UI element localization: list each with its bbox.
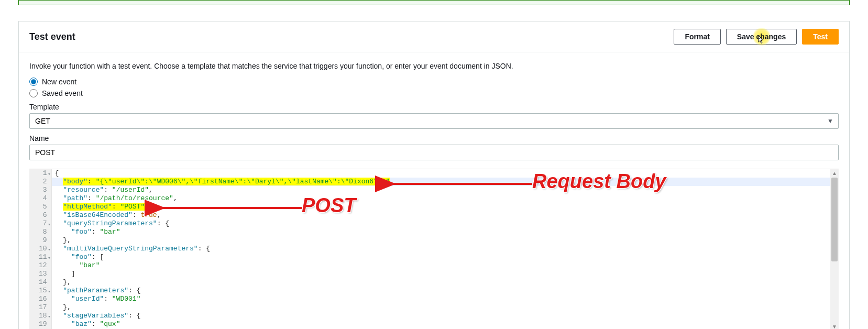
- template-select[interactable]: GET ▼: [29, 113, 839, 129]
- code-line[interactable]: },: [55, 278, 839, 287]
- code-line[interactable]: "pathParameters": {: [55, 287, 839, 295]
- line-number: 17: [39, 303, 47, 312]
- line-number: 4: [39, 194, 47, 203]
- line-number: 8: [39, 228, 47, 236]
- code-line[interactable]: "bar": [55, 261, 839, 270]
- test-button[interactable]: Test: [802, 29, 839, 45]
- radio-saved-event[interactable]: Saved event: [29, 89, 839, 97]
- line-number: 16: [39, 295, 47, 303]
- code-line[interactable]: "path": "/path/to/resource",: [55, 194, 839, 203]
- name-input[interactable]: [29, 145, 839, 160]
- line-number: 14: [39, 278, 47, 287]
- line-number: 6: [39, 211, 47, 220]
- line-number: 10▾: [39, 245, 47, 253]
- json-editor[interactable]: 1▾234567▾8910▾11▾12131415▾161718▾19 { "b…: [29, 169, 839, 329]
- success-banner: [18, 0, 850, 5]
- radio-new-event-label: New event: [42, 78, 76, 86]
- template-label: Template: [29, 103, 839, 111]
- editor-scrollbar[interactable]: ▲ ▼: [830, 169, 839, 329]
- code-line[interactable]: "stageVariables": {: [55, 312, 839, 320]
- editor-code[interactable]: { "body": "{\"userId\":\"WD006\",\"first…: [52, 169, 839, 329]
- editor-gutter: 1▾234567▾8910▾11▾12131415▾161718▾19: [29, 169, 52, 329]
- fold-icon[interactable]: ▾: [48, 170, 50, 179]
- scroll-thumb[interactable]: [831, 178, 838, 261]
- code-line[interactable]: "foo": "bar": [55, 228, 839, 236]
- code-line[interactable]: {: [55, 169, 839, 178]
- line-number: 3: [39, 186, 47, 194]
- line-number: 5: [39, 203, 47, 211]
- line-number: 2: [39, 178, 47, 186]
- name-label: Name: [29, 134, 839, 142]
- radio-new-event-input[interactable]: [29, 78, 38, 86]
- save-changes-button[interactable]: Save changes: [726, 29, 797, 45]
- radio-new-event[interactable]: New event: [29, 78, 839, 86]
- format-button[interactable]: Format: [674, 29, 720, 45]
- scroll-down-icon[interactable]: ▼: [830, 323, 839, 329]
- code-line[interactable]: "foo": [: [55, 253, 839, 261]
- line-number: 15▾: [39, 287, 47, 295]
- fold-icon[interactable]: ▾: [48, 221, 50, 229]
- line-number: 19: [39, 320, 47, 328]
- test-event-panel: Test event Format Save changes Test Invo…: [18, 21, 850, 329]
- fold-icon[interactable]: ▾: [48, 246, 50, 254]
- code-line[interactable]: "queryStringParameters": {: [55, 220, 839, 228]
- scroll-up-icon[interactable]: ▲: [830, 169, 839, 178]
- code-line[interactable]: "baz": "qux": [55, 320, 839, 328]
- description-text: Invoke your function with a test event. …: [29, 62, 839, 70]
- line-number: 9: [39, 236, 47, 245]
- save-button-label: Save changes: [737, 32, 786, 41]
- code-line[interactable]: "isBase64Encoded": true,: [55, 211, 839, 220]
- panel-title: Test event: [29, 31, 75, 42]
- line-number: 13: [39, 270, 47, 278]
- panel-body: Invoke your function with a test event. …: [19, 52, 849, 329]
- radio-saved-event-input[interactable]: [29, 89, 38, 97]
- fold-icon[interactable]: ▾: [48, 313, 50, 321]
- line-number: 11▾: [39, 253, 47, 261]
- code-line[interactable]: "multiValueQueryStringParameters": {: [55, 245, 839, 253]
- fold-icon[interactable]: ▾: [48, 288, 50, 296]
- header-button-row: Format Save changes Test: [674, 29, 839, 45]
- code-line[interactable]: ]: [55, 270, 839, 278]
- panel-header: Test event Format Save changes Test: [19, 21, 849, 52]
- radio-saved-event-label: Saved event: [42, 89, 83, 97]
- code-line[interactable]: "httpMethod": "POST",: [55, 203, 839, 211]
- line-number: 1▾: [39, 169, 47, 178]
- code-line[interactable]: "resource": "/userId",: [55, 186, 839, 194]
- template-select-field[interactable]: GET: [29, 113, 839, 129]
- code-line[interactable]: },: [55, 236, 839, 245]
- fold-icon[interactable]: ▾: [48, 254, 50, 262]
- line-number: 7▾: [39, 220, 47, 228]
- line-number: 18▾: [39, 312, 47, 320]
- code-line[interactable]: },: [55, 303, 839, 312]
- code-line[interactable]: "userId": "WD001": [55, 295, 839, 303]
- line-number: 12: [39, 261, 47, 270]
